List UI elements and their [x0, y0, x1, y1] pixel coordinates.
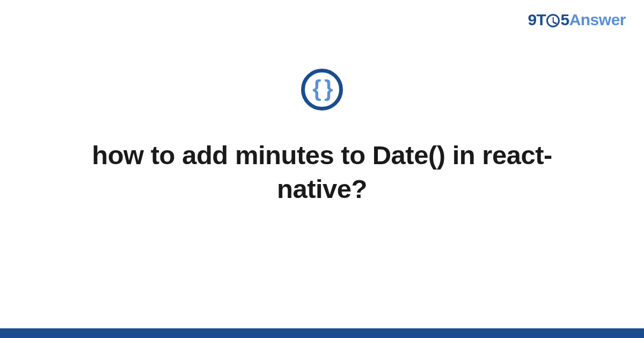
logo-text-answer: Answer — [569, 12, 626, 28]
site-logo: 9T 5 Answer — [528, 12, 626, 28]
logo-text-9t: 9T — [528, 12, 546, 28]
clock-icon — [546, 14, 560, 27]
main-content: { } how to add minutes to Date() in reac… — [0, 69, 644, 205]
footer-accent-bar — [0, 328, 644, 338]
logo-text-5: 5 — [560, 12, 569, 28]
question-title: how to add minutes to Date() in react-na… — [75, 138, 569, 205]
code-braces-icon: { } — [301, 69, 343, 111]
braces-glyph: { } — [312, 77, 331, 100]
